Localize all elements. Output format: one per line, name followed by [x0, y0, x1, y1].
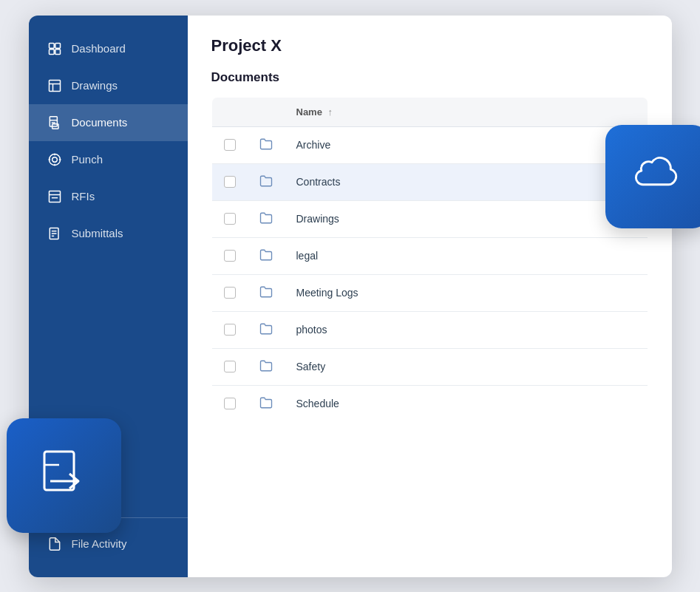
- folder-icon-cell: [248, 348, 285, 385]
- row-checkbox-cell: [211, 200, 248, 237]
- svg-rect-6: [55, 49, 60, 54]
- punch-icon: [47, 152, 63, 168]
- folder-name-cell: Drawings: [285, 200, 648, 237]
- documents-table: Name ↑ Archive: [211, 97, 648, 423]
- svg-rect-4: [55, 43, 60, 48]
- row-checkbox-cell: [211, 237, 248, 274]
- folder-name: Drawings: [296, 213, 339, 225]
- rfis-icon: [47, 188, 63, 205]
- row-checkbox[interactable]: [224, 398, 236, 409]
- folder-icon: [259, 285, 273, 299]
- sidebar-item-label: Drawings: [72, 79, 118, 92]
- th-icon: [248, 97, 285, 126]
- sort-arrow: ↑: [328, 106, 333, 118]
- table-row[interactable]: Schedule: [211, 385, 648, 422]
- folder-icon: [259, 322, 273, 336]
- folder-icon: [259, 359, 273, 372]
- row-checkbox[interactable]: [224, 176, 236, 188]
- table-row[interactable]: legal: [211, 237, 648, 274]
- documents-icon: [47, 115, 63, 131]
- floating-cloud-icon: [605, 125, 701, 228]
- row-checkbox-cell: [211, 126, 248, 163]
- folder-icon-cell: [248, 163, 285, 200]
- sidebar-item-label: Submittals: [72, 227, 123, 239]
- table-row[interactable]: photos: [211, 311, 648, 348]
- folder-icon-cell: [248, 126, 285, 163]
- row-checkbox-cell: [211, 348, 248, 385]
- svg-point-15: [52, 157, 57, 162]
- folder-icon: [259, 211, 273, 225]
- folder-name: photos: [296, 324, 327, 336]
- page-title: Project X: [211, 36, 648, 55]
- svg-rect-7: [49, 80, 60, 91]
- sidebar-item-label: Documents: [72, 116, 128, 129]
- folder-name-cell: Schedule: [285, 385, 648, 422]
- sidebar-item-drawings[interactable]: Drawings: [29, 67, 188, 104]
- sidebar-item-dashboard[interactable]: Dashboard: [29, 30, 188, 67]
- folder-name: Safety: [296, 361, 326, 372]
- table-row[interactable]: Meeting Logs: [211, 274, 648, 311]
- table-row[interactable]: Archive: [211, 126, 648, 163]
- folder-name: Schedule: [296, 398, 339, 409]
- floating-file-activity-icon: [7, 418, 121, 533]
- folder-name: Archive: [296, 139, 331, 151]
- sidebar-item-submittals[interactable]: Submittals: [29, 215, 188, 252]
- row-checkbox[interactable]: [224, 250, 236, 262]
- folder-name-cell: Archive: [285, 126, 648, 163]
- file-export-svg: [34, 446, 93, 505]
- row-checkbox-cell: [211, 311, 248, 348]
- svg-rect-0: [44, 452, 74, 490]
- folder-icon-cell: [248, 274, 285, 311]
- folder-icon: [259, 248, 273, 262]
- folder-name-cell: Contracts: [285, 163, 648, 200]
- row-checkbox-cell: [211, 385, 248, 422]
- svg-rect-3: [49, 43, 54, 48]
- svg-rect-5: [49, 49, 54, 54]
- sidebar-item-label: Punch: [72, 153, 103, 166]
- folder-name: Contracts: [296, 176, 341, 188]
- folder-icon-cell: [248, 311, 285, 348]
- folder-icon: [259, 396, 273, 409]
- row-checkbox[interactable]: [224, 139, 236, 151]
- folder-name: legal: [296, 250, 319, 262]
- file-activity-icon: [47, 536, 63, 552]
- sidebar-item-label: RFIs: [72, 190, 95, 203]
- folder-icon: [259, 174, 273, 188]
- sidebar-item-documents[interactable]: Documents: [29, 104, 188, 141]
- folder-name-cell: photos: [285, 311, 648, 348]
- table-row[interactable]: Safety: [211, 348, 648, 385]
- dashboard-icon: [47, 41, 63, 57]
- th-checkbox: [211, 97, 248, 126]
- row-checkbox-cell: [211, 274, 248, 311]
- folder-icon: [259, 137, 273, 151]
- sidebar-item-label: File Activity: [72, 537, 127, 550]
- folder-name: Meeting Logs: [296, 287, 359, 299]
- sidebar-item-rfis[interactable]: RFIs: [29, 178, 188, 215]
- folder-icon-cell: [248, 200, 285, 237]
- app-container: Dashboard Drawings Documents Punch: [29, 16, 672, 577]
- folder-name-cell: legal: [285, 237, 648, 274]
- folder-name-cell: Safety: [285, 348, 648, 385]
- cloud-svg: [629, 149, 684, 204]
- row-checkbox[interactable]: [224, 287, 236, 299]
- row-checkbox[interactable]: [224, 213, 236, 225]
- section-title: Documents: [211, 70, 648, 85]
- row-checkbox[interactable]: [224, 361, 236, 372]
- folder-icon-cell: [248, 237, 285, 274]
- th-name: Name ↑: [285, 97, 648, 126]
- table-row[interactable]: Contracts: [211, 163, 648, 200]
- sidebar-item-label: Dashboard: [72, 42, 126, 55]
- folder-icon-cell: [248, 385, 285, 422]
- svg-point-14: [49, 154, 60, 165]
- row-checkbox[interactable]: [224, 324, 236, 336]
- sidebar-item-punch[interactable]: Punch: [29, 141, 188, 178]
- folder-name-cell: Meeting Logs: [285, 274, 648, 311]
- row-checkbox-cell: [211, 163, 248, 200]
- drawings-icon: [47, 78, 63, 94]
- svg-rect-20: [49, 191, 60, 202]
- submittals-icon: [47, 225, 63, 242]
- svg-rect-10: [50, 116, 57, 126]
- table-row[interactable]: Drawings: [211, 200, 648, 237]
- main-content: Project X Documents Name ↑: [188, 16, 672, 577]
